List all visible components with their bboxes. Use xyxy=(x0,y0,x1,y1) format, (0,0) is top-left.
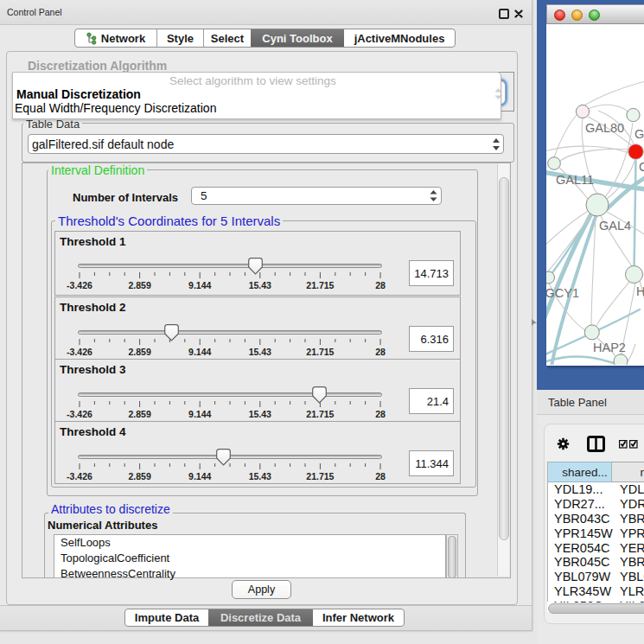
svg-text:GAL11: GAL11 xyxy=(556,173,594,187)
svg-text:GAL4: GAL4 xyxy=(599,219,631,233)
svg-text:GAL80: GAL80 xyxy=(585,121,624,135)
svg-text:CR: CR xyxy=(639,160,644,174)
svg-text:GA: GA xyxy=(634,127,644,141)
svg-text:HI: HI xyxy=(636,284,644,298)
svg-text:HAP2: HAP2 xyxy=(593,341,626,354)
svg-text:GCY1: GCY1 xyxy=(546,286,579,300)
